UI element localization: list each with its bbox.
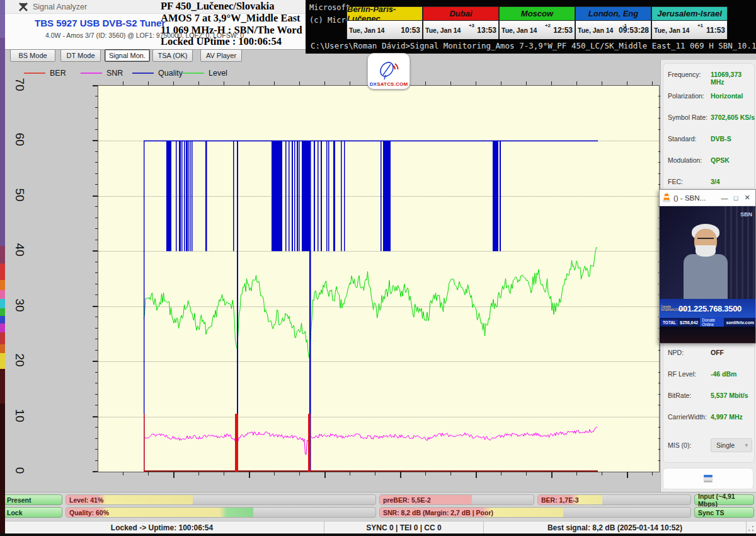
decor-segment <box>0 264 5 280</box>
x-tick-top <box>576 81 577 85</box>
x-tick <box>299 472 300 475</box>
panel-label: Standard: <box>668 135 697 143</box>
panel-label: Modulation: <box>668 156 702 164</box>
y-minor-tick <box>95 118 98 119</box>
progress-bar-preber: preBER: 5,5E-2 <box>379 494 534 505</box>
y-minor-tick <box>95 262 98 262</box>
panel-label: RF Level: <box>668 370 696 378</box>
clock-time: 13:53 <box>477 26 496 35</box>
x-tick <box>602 472 602 475</box>
panel-value: 5,537 Mbit/s <box>711 392 748 399</box>
clock-city: London, Eng <box>576 7 651 21</box>
x-tick <box>501 472 501 475</box>
y-minor-tick <box>95 96 98 96</box>
statusbar-cell-0: Locked -> Uptime: 100:06:54 <box>0 521 324 534</box>
legend-item-level: Level <box>183 68 227 78</box>
legend-item-ber: BER <box>24 68 66 78</box>
x-tick-top <box>274 81 275 85</box>
console-prompt[interactable]: C:\Users\Roman Dávid>Signal Monitoring_A… <box>311 40 756 50</box>
y-minor-tick <box>95 383 98 383</box>
clock-date: Tue, Jan 14 <box>501 26 537 34</box>
panel-value: -46 dBm <box>711 370 736 378</box>
progress-bar-snr: SNR: 8,2 dB (Margin: 2,7 dB | Poor) <box>379 507 691 518</box>
y-minor-tick <box>95 272 98 273</box>
x-tick-top <box>526 81 527 85</box>
decor-segment <box>0 353 5 369</box>
decor-segment <box>0 280 5 290</box>
clock-utc-offset: +2 <box>545 23 551 28</box>
x-tick <box>375 472 375 475</box>
studio-desk <box>660 327 755 343</box>
y-major-tick <box>93 140 98 141</box>
website-url: sonlifetv.com <box>726 320 754 325</box>
clock-city: Dubai <box>423 7 498 21</box>
y-minor-tick <box>95 284 98 284</box>
tab-dt-mode[interactable]: DT Mode <box>60 49 101 62</box>
x-tick-top <box>148 81 149 85</box>
x-tick <box>350 472 350 475</box>
y-major-tick <box>93 361 98 362</box>
x-tick-top <box>224 81 224 85</box>
x-tick-top <box>602 81 602 85</box>
y-axis-label: 50 <box>13 187 26 203</box>
x-tick-top <box>476 81 476 85</box>
status-badge-lock: Lock <box>3 507 62 518</box>
status-badge-sync-ts: Sync TS <box>694 507 754 518</box>
x-tick <box>123 472 123 475</box>
x-tick <box>526 472 527 475</box>
decor-segment <box>0 0 5 38</box>
clock-date: Tue, Jan 14 <box>578 26 613 34</box>
x-tick-top <box>425 81 426 85</box>
x-tick <box>198 472 199 475</box>
x-tick <box>476 472 477 478</box>
x-tick <box>148 472 149 475</box>
x-tick <box>576 472 577 475</box>
x-tick-top <box>123 81 123 85</box>
transponder-button[interactable] <box>663 468 753 489</box>
y-minor-tick <box>95 228 98 229</box>
clock-utc-offset: -1 <box>622 23 627 28</box>
tab-av-player[interactable]: AV Player <box>200 49 242 62</box>
x-tick-top <box>299 81 300 85</box>
annotation-line-3: 11 069 MHz-H : SBN/The Word <box>161 25 309 37</box>
y-minor-tick <box>95 405 98 405</box>
y-axis-label: 40 <box>13 242 26 258</box>
close-button[interactable]: ✕ <box>742 194 753 202</box>
panel-label: CarrierWidth: <box>668 413 707 421</box>
x-tick <box>450 472 451 475</box>
panel-value: DVB-S <box>711 135 731 143</box>
disk-stack-icon <box>703 474 713 483</box>
minimize-button[interactable]: — <box>719 194 730 202</box>
maximize-button[interactable]: □ <box>730 194 742 202</box>
vlc-video-area[interactable]: SBN Canada INTERNACIONALS 001.225.768.35… <box>660 206 755 343</box>
decor-segment <box>0 323 5 332</box>
x-tick <box>400 472 401 478</box>
decor-segment <box>0 38 5 246</box>
clock-body: Tue, Jan 14+111:53 <box>652 21 727 39</box>
y-minor-tick <box>95 129 98 130</box>
vlc-player-window[interactable]: () - SBN... — □ ✕ SBN Canada INTERNACION… <box>659 189 756 344</box>
tab-tsa-ok-[interactable]: TSA (OK) <box>152 49 193 62</box>
y-minor-tick <box>95 218 98 218</box>
donate-online-label: Donate Online <box>700 317 724 327</box>
decor-segment <box>0 299 5 308</box>
satellite-dish-icon <box>378 60 399 81</box>
region-text: Canada INTERNACIONALS <box>661 301 677 316</box>
clock-city: Berlin-Paris-Lučenec <box>347 7 422 21</box>
legend-label: Level <box>209 69 227 78</box>
x-tick <box>324 472 326 478</box>
y-major-tick <box>93 85 98 86</box>
vlc-title-bar[interactable]: () - SBN... — □ ✕ <box>660 190 755 206</box>
resize-grip[interactable] <box>747 525 755 532</box>
y-minor-tick <box>95 206 98 207</box>
clock-body: Tue, Jan 14+212:53 <box>500 21 575 39</box>
clock-date: Tue, Jan 14 <box>349 26 384 34</box>
tab-signal-mon-[interactable]: Signal Mon. <box>105 49 150 62</box>
x-tick <box>249 472 250 478</box>
progress-label: Quality: 60% <box>69 508 109 517</box>
x-tick <box>551 472 553 478</box>
tab-bs-mode[interactable]: BS Mode <box>10 49 55 62</box>
status-bar: Locked -> Uptime: 100:06:54SYNC 0 | TEI … <box>0 521 756 534</box>
legend-swatch <box>24 73 45 74</box>
mis-dropdown[interactable]: Single ▾ <box>711 438 752 452</box>
